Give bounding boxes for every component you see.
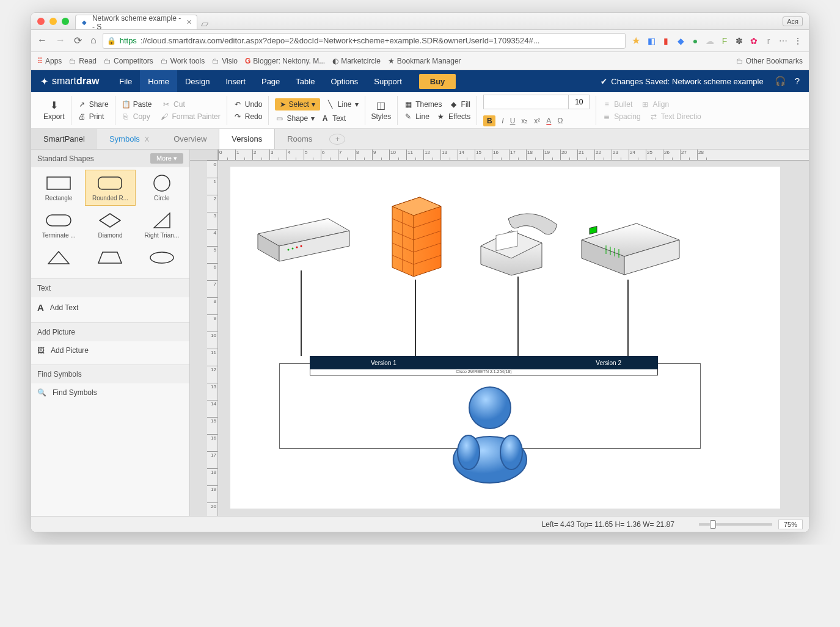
text-direction-button[interactable]: ⇄Text Directio: [649, 112, 701, 121]
ext-icon[interactable]: ●: [690, 36, 700, 46]
add-text-button[interactable]: AAdd Text: [31, 297, 189, 317]
copy-button[interactable]: ⎘Copy 🖌Format Painter: [122, 112, 221, 121]
menu-table[interactable]: Table: [288, 70, 323, 92]
menu-options[interactable]: Options: [323, 70, 366, 92]
bookmark-item[interactable]: ◐Marketcircle: [332, 57, 381, 65]
format-painter-button[interactable]: 🖌Format Painter: [160, 112, 220, 121]
tab-symbols[interactable]: SymbolsX: [97, 129, 161, 149]
text-tool[interactable]: AText: [321, 114, 346, 123]
forward-button[interactable]: →: [56, 35, 65, 46]
ext-icon[interactable]: ◧: [646, 36, 656, 46]
styles-icon[interactable]: ◫: [376, 100, 385, 111]
more-button[interactable]: More ▾: [150, 153, 183, 164]
browser-tab[interactable]: ◆ Network scheme example -- S ✕: [75, 15, 197, 29]
connector[interactable]: [415, 280, 416, 356]
ext-icon[interactable]: ⋯: [778, 36, 788, 46]
help-icon[interactable]: ?: [795, 76, 800, 87]
version-bar[interactable]: Version 1 Version 2: [310, 356, 658, 369]
close-window-button[interactable]: [37, 18, 45, 25]
maximize-window-button[interactable]: [62, 18, 69, 25]
menu-file[interactable]: File: [111, 70, 140, 92]
bookmark-folder[interactable]: 🗀Competitors: [104, 57, 153, 65]
sub-bar[interactable]: Cisco 2WRBETN 2.1.254(18): [310, 369, 658, 375]
new-tab-button[interactable]: ▱: [201, 18, 208, 29]
bookmark-folder[interactable]: 🗀Work tools: [161, 57, 205, 65]
url-input[interactable]: 🔒 https://cloud.smartdraw.com/editor.asp…: [103, 33, 626, 49]
add-picture-button[interactable]: 🖼Add Picture: [31, 341, 189, 360]
shape-right-triangle[interactable]: Right Trian...: [137, 207, 187, 243]
styles-label[interactable]: Styles: [371, 112, 392, 121]
tab-versions[interactable]: Versions: [219, 129, 275, 149]
back-button[interactable]: ←: [37, 35, 47, 46]
connector[interactable]: [301, 270, 302, 356]
undo-button[interactable]: ↶Undo: [233, 100, 263, 109]
zoom-value[interactable]: 75%: [778, 520, 803, 529]
shape-tool[interactable]: ▭Shape ▾: [275, 114, 315, 123]
star-icon[interactable]: ★: [632, 35, 640, 46]
canvas[interactable]: Version 1 Version 2 Cisco 2WRBETN 2.1.25…: [218, 161, 809, 516]
line-style-button[interactable]: ✎Line: [404, 112, 429, 121]
share-button[interactable]: ↗Share: [78, 100, 109, 109]
home-button[interactable]: ⌂: [90, 35, 97, 46]
superscript-button[interactable]: x²: [534, 117, 540, 125]
omega-button[interactable]: Ω: [557, 117, 563, 125]
chrome-menu-icon[interactable]: ⋮: [793, 36, 803, 46]
font-size-input[interactable]: [569, 95, 590, 109]
buy-button[interactable]: Buy: [419, 74, 456, 89]
ext-icon[interactable]: ✿: [749, 36, 759, 46]
ext-icon[interactable]: F: [720, 36, 729, 46]
italic-button[interactable]: I: [502, 117, 503, 125]
redo-button[interactable]: ↷Redo: [233, 112, 263, 121]
shape-trapezoid[interactable]: [85, 244, 135, 271]
bookmark-item[interactable]: ★Bookmark Manager: [388, 57, 461, 65]
tab-rooms[interactable]: Rooms: [275, 129, 324, 149]
select-tool[interactable]: ➤Select▾: [275, 98, 320, 111]
ext-icon[interactable]: ▮: [661, 36, 671, 46]
zoom-slider[interactable]: [699, 523, 772, 526]
shape-terminate[interactable]: Terminate ...: [34, 207, 84, 243]
menu-page[interactable]: Page: [254, 70, 288, 92]
connector[interactable]: [517, 277, 519, 356]
font-family-input[interactable]: [483, 95, 569, 109]
other-bookmarks[interactable]: 🗀Other Bookmarks: [736, 57, 803, 65]
bookmark-folder[interactable]: 🗀Read: [69, 57, 97, 65]
bullet-button[interactable]: ≡Bullet: [602, 100, 632, 109]
tab-overview[interactable]: Overview: [161, 129, 219, 149]
print-button[interactable]: 🖨Print: [78, 112, 109, 121]
switch-shape[interactable]: [255, 216, 352, 270]
headset-icon[interactable]: 🎧: [775, 76, 786, 87]
reload-button[interactable]: ⟳: [74, 35, 82, 46]
ext-icon[interactable]: ◆: [676, 36, 685, 46]
ext-icon[interactable]: ☁: [705, 36, 715, 46]
shape-rounded-rect[interactable]: Rounded R...: [85, 170, 135, 206]
export-icon[interactable]: ⬇: [50, 100, 58, 111]
text-color-button[interactable]: A: [546, 117, 551, 125]
bookmark-folder[interactable]: 🗀Visio: [212, 57, 238, 65]
export-label[interactable]: Export: [43, 112, 65, 121]
paste-button[interactable]: 📋Paste ✂Cut: [122, 100, 221, 109]
align-button[interactable]: ⊞Align: [641, 100, 669, 109]
tab-smartpanel[interactable]: SmartPanel: [31, 129, 97, 149]
bold-button[interactable]: B: [483, 115, 495, 126]
menu-insert[interactable]: Insert: [217, 70, 254, 92]
ext-icon[interactable]: ✽: [734, 36, 744, 46]
profile-chip[interactable]: Ася: [783, 16, 803, 26]
close-tab-icon[interactable]: ✕: [186, 18, 192, 26]
themes-button[interactable]: ▦Themes: [404, 100, 442, 109]
minimize-window-button[interactable]: [49, 18, 57, 25]
menu-design[interactable]: Design: [177, 70, 217, 92]
close-icon[interactable]: X: [145, 136, 149, 143]
phone-shape[interactable]: [475, 209, 566, 277]
add-tab-button[interactable]: +: [329, 134, 345, 145]
connector[interactable]: [627, 280, 629, 356]
cut-button[interactable]: ✂Cut: [162, 100, 185, 109]
router-shape[interactable]: [579, 219, 682, 280]
find-symbols-button[interactable]: 🔍Find Symbols: [31, 383, 189, 402]
shape-rectangle[interactable]: Rectangle: [34, 170, 84, 206]
page[interactable]: Version 1 Version 2 Cisco 2WRBETN 2.1.25…: [230, 167, 780, 509]
effects-button[interactable]: ★Effects: [437, 112, 470, 121]
firewall-shape[interactable]: [389, 194, 444, 280]
user-shape[interactable]: [450, 380, 530, 484]
subscript-button[interactable]: x₂: [521, 117, 528, 125]
ext-icon[interactable]: r: [764, 36, 773, 46]
